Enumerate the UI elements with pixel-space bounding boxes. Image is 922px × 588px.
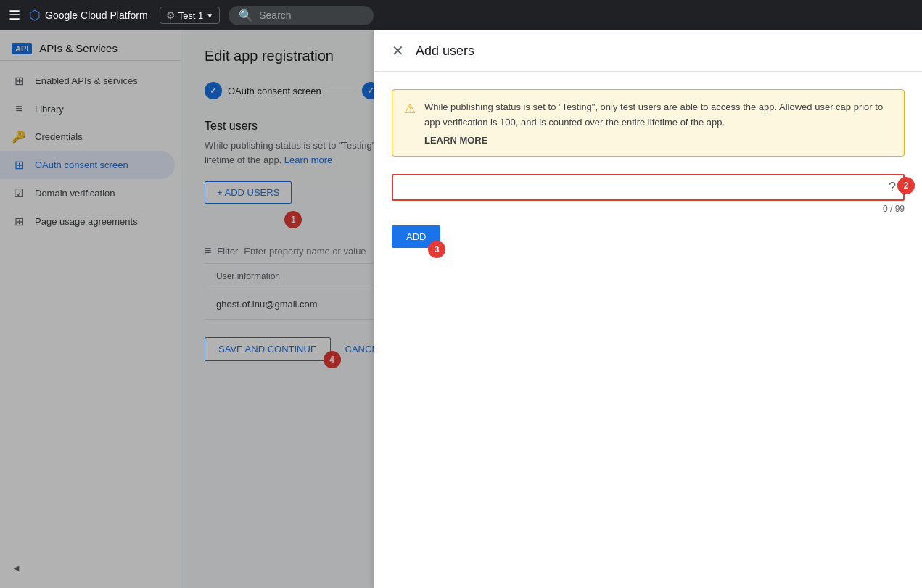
warning-box: ⚠ While publishing status is set to "Tes…: [392, 89, 905, 157]
project-name: Test 1: [178, 10, 204, 21]
project-selector[interactable]: ⚙ Test 1 ▼: [160, 7, 221, 24]
email-input[interactable]: [400, 181, 883, 193]
learn-more-panel[interactable]: LEARN MORE: [424, 135, 892, 146]
warning-content: While publishing status is set to "Testi…: [424, 100, 892, 146]
warning-text: While publishing status is set to "Testi…: [424, 102, 883, 128]
chevron-down-icon: ▼: [206, 12, 213, 20]
menu-icon[interactable]: ☰: [9, 7, 20, 23]
panel-title: Add users: [416, 44, 474, 59]
topbar-logo: ⬡ Google Cloud Platform: [29, 7, 148, 23]
close-icon[interactable]: ✕: [392, 42, 404, 59]
add-users-panel: ✕ Add users ⚠ While publishing status is…: [374, 30, 922, 588]
panel-body: ⚠ While publishing status is set to "Tes…: [374, 72, 922, 588]
step-badge-3: 3: [428, 241, 445, 258]
email-input-row: ?: [392, 174, 905, 201]
search-icon: 🔍: [239, 9, 253, 22]
panel-header: ✕ Add users: [374, 30, 922, 72]
step-badge-2: 2: [897, 177, 915, 194]
input-counter: 0 / 99: [392, 204, 905, 214]
input-wrapper: ? 2: [392, 174, 905, 201]
input-section: ? 2 0 / 99: [392, 174, 905, 214]
search-input[interactable]: [259, 9, 346, 21]
topbar: ☰ ⬡ Google Cloud Platform ⚙ Test 1 ▼ 🔍: [0, 0, 922, 30]
add-button-wrapper: ADD 3: [392, 225, 440, 248]
warning-icon: ⚠: [404, 101, 416, 146]
search-bar[interactable]: 🔍: [229, 6, 374, 25]
help-icon[interactable]: ?: [889, 180, 896, 195]
topbar-logo-text: Google Cloud Platform: [45, 9, 148, 21]
